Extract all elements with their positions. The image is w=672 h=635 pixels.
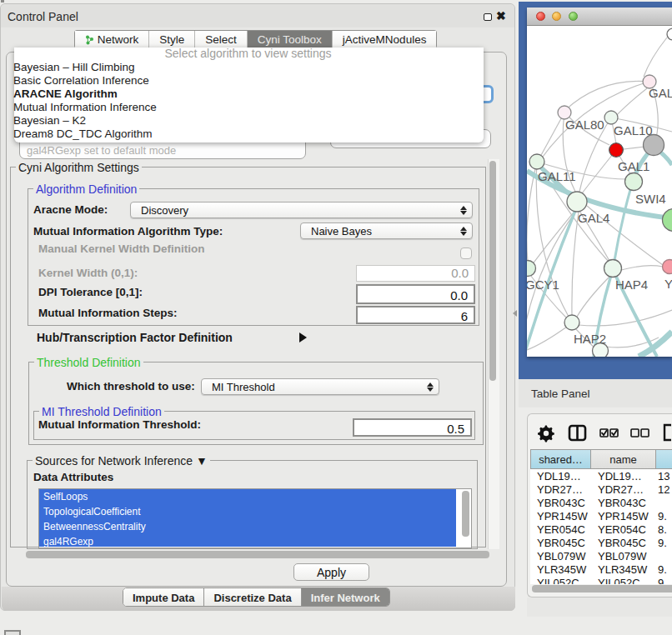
svg-text:HAP2: HAP2: [574, 332, 606, 346]
svg-text:GAL11: GAL11: [538, 169, 576, 183]
svg-text:HAP4: HAP4: [615, 278, 648, 292]
svg-text:GAL80: GAL80: [565, 118, 604, 132]
svg-text:Y: Y: [664, 277, 672, 291]
svg-text:GAL7: GAL7: [649, 86, 672, 100]
svg-text:GAL1: GAL1: [618, 159, 649, 173]
svg-text:SWI4: SWI4: [635, 192, 666, 206]
svg-text:GCY1: GCY1: [527, 278, 559, 292]
svg-text:GAL10: GAL10: [614, 123, 653, 138]
svg-text:GAL4: GAL4: [578, 211, 609, 225]
